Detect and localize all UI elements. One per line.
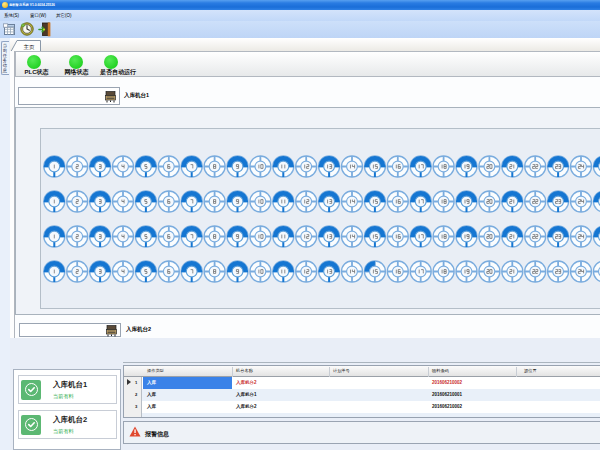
svg-text:主页: 主页 xyxy=(24,43,36,49)
svg-text:当前任务信息: 当前任务信息 xyxy=(2,43,8,73)
